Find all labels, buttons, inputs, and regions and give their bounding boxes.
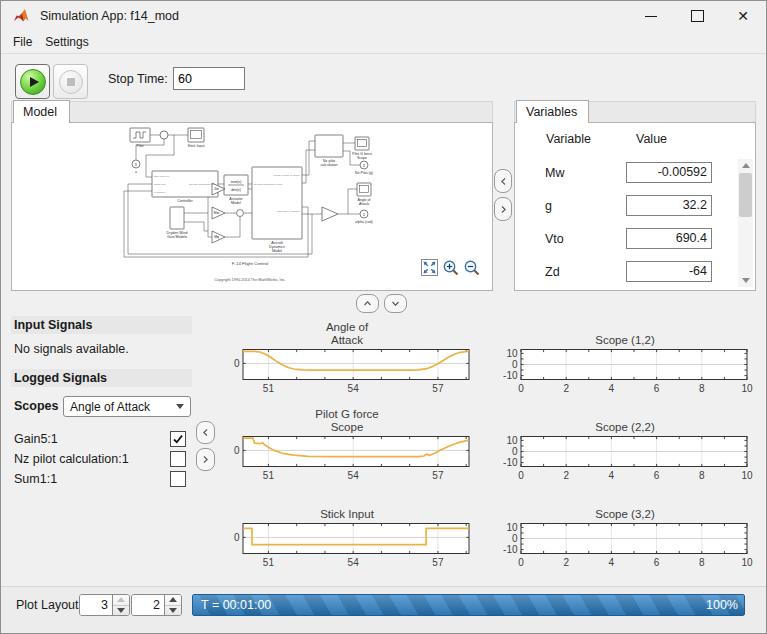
spinner-down-button[interactable] xyxy=(113,606,129,616)
tab-variables[interactable]: Variables xyxy=(516,100,589,123)
variables-panel: Variable Value Mw-0.00592g32.2Vto690.4Zd… xyxy=(514,122,756,291)
scopes-dropdown[interactable]: Angle of Attack xyxy=(63,396,191,417)
close-button[interactable]: ✕ xyxy=(720,1,766,31)
maximize-button[interactable] xyxy=(674,1,720,31)
spinner-arrows xyxy=(164,595,181,615)
chevron-right-icon xyxy=(500,205,507,214)
svg-text:Elevator Deflection d (deg): Elevator Deflection d (deg) xyxy=(254,183,283,186)
signals-expand-right-button[interactable] xyxy=(196,448,215,471)
spinner-down-button[interactable] xyxy=(165,606,181,616)
svg-text:10: 10 xyxy=(506,435,518,446)
app-window: Simulation App: f14_mod ✕ File Settings … xyxy=(0,0,767,634)
menu-file[interactable]: File xyxy=(11,34,34,50)
svg-text:0: 0 xyxy=(512,359,518,370)
signal-checkbox[interactable] xyxy=(170,471,186,487)
tab-model[interactable]: Model xyxy=(13,100,70,123)
column-header-value: Value xyxy=(636,132,667,146)
variable-value-input[interactable]: 690.4 xyxy=(626,228,712,249)
zoom-out-button[interactable] xyxy=(463,259,481,277)
expand-right-button[interactable] xyxy=(494,197,512,221)
triangle-up-icon xyxy=(169,597,177,602)
svg-text:4: 4 xyxy=(609,383,615,394)
scroll-down-button[interactable] xyxy=(738,274,753,287)
variable-name: Zd xyxy=(545,265,560,279)
model-diagram: PilotStick Input1uControllernum(s)den(s)… xyxy=(12,123,492,290)
variable-value-input[interactable]: -64 xyxy=(626,261,712,282)
plot-angle-of-attack: Angle of Attack5154570 xyxy=(213,317,481,401)
logged-signal-row: Nz pilot calculation:1 xyxy=(14,449,186,469)
variable-name: Vto xyxy=(545,232,564,246)
variable-row: Vto690.4 xyxy=(515,222,737,255)
svg-text:51: 51 xyxy=(263,557,275,568)
no-signals-text: No signals available. xyxy=(14,342,129,356)
signal-label: Sum1:1 xyxy=(14,472,57,486)
variable-row: Mw-0.00592 xyxy=(515,156,737,189)
scroll-up-button[interactable] xyxy=(738,159,753,172)
variables-scrollbar[interactable] xyxy=(738,159,753,287)
svg-text:Elevator Command (deg): Elevator Command (deg) xyxy=(189,183,216,186)
menu-settings[interactable]: Settings xyxy=(43,34,90,50)
plot-title: Stick Input xyxy=(320,491,374,521)
svg-text:10: 10 xyxy=(741,470,753,481)
plot-axes: 5154570 xyxy=(219,522,475,574)
svg-text:Controller: Controller xyxy=(177,199,193,203)
svg-text:0: 0 xyxy=(518,557,524,568)
spinner-up-button[interactable] xyxy=(113,595,129,606)
svg-text:6: 6 xyxy=(654,557,660,568)
signals-collapse-left-button[interactable] xyxy=(196,421,215,444)
collapse-up-button[interactable] xyxy=(356,294,379,313)
svg-text:Stick Input: Stick Input xyxy=(188,144,205,148)
stop-button[interactable] xyxy=(53,64,88,99)
collapse-left-button[interactable] xyxy=(494,169,512,193)
variable-value-input[interactable]: -0.00592 xyxy=(626,162,712,183)
svg-text:2: 2 xyxy=(563,470,569,481)
svg-text:Pilot: Pilot xyxy=(137,144,144,148)
model-tabstrip xyxy=(11,101,493,123)
logged-signal-list: Gain5:1Nz pilot calculation:1Sum1:1 xyxy=(14,429,186,489)
svg-text:10: 10 xyxy=(506,522,518,533)
chevron-right-icon xyxy=(202,455,209,464)
run-button[interactable] xyxy=(15,64,50,99)
svg-text:6: 6 xyxy=(654,470,660,481)
fit-to-view-button[interactable] xyxy=(421,259,438,276)
variable-row: g32.2 xyxy=(515,189,737,222)
svg-text:Angle ofAttack: Angle ofAttack xyxy=(357,198,370,206)
plot-title: Angle of Attack xyxy=(326,317,368,347)
plot-cols-spinner[interactable]: 2 xyxy=(131,594,182,616)
minimize-button[interactable] xyxy=(628,1,674,31)
titlebar: Simulation App: f14_mod ✕ xyxy=(1,1,766,31)
plot-axes: 0246810100-10 xyxy=(497,435,753,487)
plot-title: Scope (1,2) xyxy=(595,317,654,347)
svg-text:q (rad/sec): q (rad/sec) xyxy=(154,191,166,194)
variable-value-input[interactable]: 32.2 xyxy=(626,195,712,216)
svg-text:0: 0 xyxy=(234,445,240,456)
chevron-down-icon xyxy=(391,300,400,307)
plot-scope-(3,2): Scope (3,2)0246810100-10 xyxy=(489,491,761,575)
window-title: Simulation App: f14_mod xyxy=(40,9,179,23)
zoom-in-button[interactable] xyxy=(442,259,460,277)
plot-rows-spinner[interactable]: 3 xyxy=(79,594,130,616)
svg-text:alpha (rad): alpha (rad) xyxy=(154,183,166,186)
signal-checkbox[interactable] xyxy=(170,451,186,467)
progress-percent-text: 100% xyxy=(706,598,738,612)
checkmark-icon xyxy=(172,433,184,445)
svg-text:10: 10 xyxy=(741,383,753,394)
plot-pilot-g-force-scope: Pilot G force Scope5154570 xyxy=(213,404,481,488)
stop-time-input[interactable] xyxy=(173,67,245,90)
svg-text:51: 51 xyxy=(263,383,275,394)
svg-text:alpha (rad): alpha (rad) xyxy=(355,220,372,224)
scrollbar-thumb[interactable] xyxy=(739,173,752,217)
svg-text:Zw: Zw xyxy=(214,187,219,191)
column-header-variable: Variable xyxy=(546,132,591,146)
svg-text:Nz pilotcalculation: Nz pilotcalculation xyxy=(321,159,338,167)
svg-text:Mw: Mw xyxy=(214,211,220,215)
scopes-dropdown-value: Angle of Attack xyxy=(70,400,150,414)
svg-text:0: 0 xyxy=(518,383,524,394)
spinner-up-button[interactable] xyxy=(165,595,181,606)
signal-checkbox[interactable] xyxy=(170,431,186,447)
chevron-up-icon xyxy=(363,300,372,307)
svg-text:Vertical Velocity w (ft/sec): Vertical Velocity w (ft/sec) xyxy=(273,174,300,177)
svg-text:6: 6 xyxy=(654,383,660,394)
collapse-down-button[interactable] xyxy=(384,294,407,313)
svg-text:0: 0 xyxy=(512,446,518,457)
